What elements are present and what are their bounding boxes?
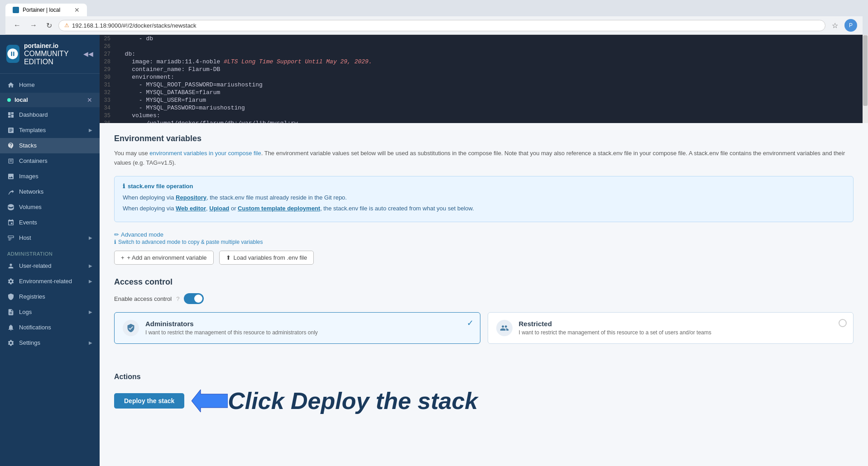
bookmark-button[interactable]: ☆ xyxy=(829,20,841,31)
add-var-label: + Add an environment variable xyxy=(127,254,207,261)
restricted-card-content: Restricted I want to restrict the manage… xyxy=(519,320,712,336)
sidebar-networks-label: Networks xyxy=(19,188,43,195)
env-status-dot xyxy=(7,98,11,102)
sidebar-env-header: local ✕ xyxy=(0,93,100,107)
info-row2-link2[interactable]: Upload xyxy=(209,205,229,212)
code-scrollbar[interactable] xyxy=(863,35,868,123)
sidebar-item-volumes[interactable]: Volumes xyxy=(0,200,100,215)
load-variables-button[interactable]: ⬆ Load variables from .env file xyxy=(219,251,314,265)
sidebar-item-images[interactable]: Images xyxy=(0,169,100,184)
deploy-annotation: Click Deploy the stack xyxy=(192,387,478,414)
sidebar-item-templates[interactable]: Templates ▶ xyxy=(0,123,100,138)
sidebar-item-env-related[interactable]: Environment-related ▶ xyxy=(0,274,100,289)
browser-chrome: Portainer | local ✕ ← → ↻ ⚠ 192.168.1.18… xyxy=(0,0,868,35)
info-icon: ℹ xyxy=(123,183,125,190)
admin-checkmark-icon: ✓ xyxy=(467,318,474,328)
admin-card-content: Administrators I want to restrict the ma… xyxy=(145,320,318,336)
info-row2-link1[interactable]: Web editor xyxy=(176,205,206,212)
add-env-variable-button[interactable]: + + Add an environment variable xyxy=(114,251,214,265)
restricted-access-card[interactable]: Restricted I want to restrict the manage… xyxy=(488,312,854,344)
registries-icon xyxy=(7,293,14,300)
restricted-card-icon xyxy=(496,320,513,336)
sidebar-env-related-label: Environment-related xyxy=(19,278,72,285)
env-section-desc: You may use environment variables in you… xyxy=(114,149,854,168)
profile-button[interactable]: P xyxy=(844,19,857,32)
stack-env-info-box: ℹ stack.env file operation When deployin… xyxy=(114,176,854,223)
question-icon: ? xyxy=(176,295,179,302)
advanced-mode-link[interactable]: ✏ Advanced mode xyxy=(114,231,854,238)
code-editor[interactable]: 25 - db2627 db:28 image: mariadb:11.4-no… xyxy=(100,35,868,123)
sidebar-stacks-label: Stacks xyxy=(19,142,37,149)
access-control-title: Access control xyxy=(114,277,854,287)
sidebar-templates-label: Templates xyxy=(19,127,46,133)
plus-icon: + xyxy=(121,254,125,261)
edit-icon: ✏ xyxy=(114,231,119,238)
reload-button[interactable]: ↻ xyxy=(43,20,55,31)
sidebar-item-logs[interactable]: Logs ▶ xyxy=(0,304,100,320)
shield-icon xyxy=(126,323,135,333)
stacks-icon xyxy=(7,142,14,149)
hint-icon: ℹ xyxy=(114,239,116,245)
sidebar-item-home[interactable]: Home xyxy=(0,77,100,93)
sidebar-dashboard-label: Dashboard xyxy=(19,111,48,118)
user-related-chevron-icon: ▶ xyxy=(89,263,92,268)
sidebar-nav: Home local ✕ Dashboard Templates ▶ Stack… xyxy=(0,74,100,466)
containers-icon xyxy=(7,157,14,165)
code-line: 30 environment: xyxy=(100,73,868,81)
sidebar-logs-label: Logs xyxy=(19,309,32,315)
info-row2-sep2: or xyxy=(229,205,238,212)
switch-hint: ℹ Switch to advanced mode to copy & past… xyxy=(114,239,854,245)
svg-marker-0 xyxy=(192,390,228,412)
events-icon xyxy=(7,219,14,226)
sidebar-item-networks[interactable]: Networks xyxy=(0,184,100,200)
sidebar-item-events[interactable]: Events xyxy=(0,215,100,230)
arrow-icon xyxy=(192,390,228,412)
info-row2-post: , the stack.env file is auto created fro… xyxy=(320,205,474,212)
browser-tab[interactable]: Portainer | local ✕ xyxy=(5,4,87,16)
advanced-mode-section: ✏ Advanced mode ℹ Switch to advanced mod… xyxy=(114,231,854,245)
info-row-1: When deploying via Repository, the stack… xyxy=(123,193,845,203)
address-url: 192.168.1.18:9000/#!/2/docker/stacks/new… xyxy=(72,22,197,29)
env-desc-link[interactable]: environment variables in your compose fi… xyxy=(149,150,261,157)
brand-edition: COMMUNITY EDITION xyxy=(24,50,68,66)
close-tab-button[interactable]: ✕ xyxy=(74,6,80,14)
deploy-area: Deploy the stack Click Deploy the stack xyxy=(114,387,854,414)
address-bar[interactable]: ⚠ 192.168.1.18:9000/#!/2/docker/stacks/n… xyxy=(58,20,825,31)
sidebar-brand: portainer.io COMMUNITY EDITION ◀◀ xyxy=(0,35,100,74)
tab-title: Portainer | local xyxy=(23,7,60,13)
sidebar-events-label: Events xyxy=(19,219,37,226)
sidebar-images-label: Images xyxy=(19,173,38,180)
access-control-section: Access control Enable access control ? xyxy=(114,277,854,344)
sidebar-item-registries[interactable]: Registries xyxy=(0,289,100,304)
sidebar-item-notifications[interactable]: Notifications xyxy=(0,320,100,335)
code-editor-wrapper: 25 - db2627 db:28 image: mariadb:11.4-no… xyxy=(100,35,868,123)
info-row2-link3[interactable]: Custom template deployment xyxy=(238,205,320,212)
sidebar-item-dashboard[interactable]: Dashboard xyxy=(0,107,100,123)
forward-button[interactable]: → xyxy=(27,20,40,30)
sidebar-item-containers[interactable]: Containers xyxy=(0,153,100,169)
deploy-stack-button[interactable]: Deploy the stack xyxy=(114,393,184,409)
code-line: 33 - MYSQL_USER=flarum xyxy=(100,96,868,104)
info-row1-pre: When deploying via xyxy=(123,194,176,201)
sidebar-collapse-button[interactable]: ◀◀ xyxy=(83,50,93,57)
sidebar-item-stacks[interactable]: Stacks xyxy=(0,138,100,153)
sidebar-item-host[interactable]: Host ▶ xyxy=(0,230,100,246)
brand-name: portainer.io xyxy=(24,42,79,50)
images-icon xyxy=(7,173,14,180)
upload-icon: ⬆ xyxy=(226,254,231,261)
admin-access-card[interactable]: Administrators I want to restrict the ma… xyxy=(114,312,480,344)
code-line: 36 - /volume1/docker/flarum/db:/var/lib/… xyxy=(100,119,868,123)
env-variables-section: Environment variables You may use enviro… xyxy=(114,134,854,265)
sidebar-item-user-related[interactable]: User-related ▶ xyxy=(0,258,100,274)
back-button[interactable]: ← xyxy=(11,20,24,30)
env-section-title: Environment variables xyxy=(114,134,854,143)
notifications-icon xyxy=(7,324,14,331)
code-line: 32 - MYSQL_DATABASE=flarum xyxy=(100,89,868,96)
admin-section-label: Administration xyxy=(0,246,100,258)
env-close-button[interactable]: ✕ xyxy=(87,96,92,104)
info-row1-link[interactable]: Repository xyxy=(176,194,206,201)
access-control-toggle[interactable] xyxy=(184,293,204,304)
templates-chevron-icon: ▶ xyxy=(89,128,92,133)
sidebar: portainer.io COMMUNITY EDITION ◀◀ Home l… xyxy=(0,35,100,466)
sidebar-item-settings[interactable]: Settings ▶ xyxy=(0,335,100,351)
